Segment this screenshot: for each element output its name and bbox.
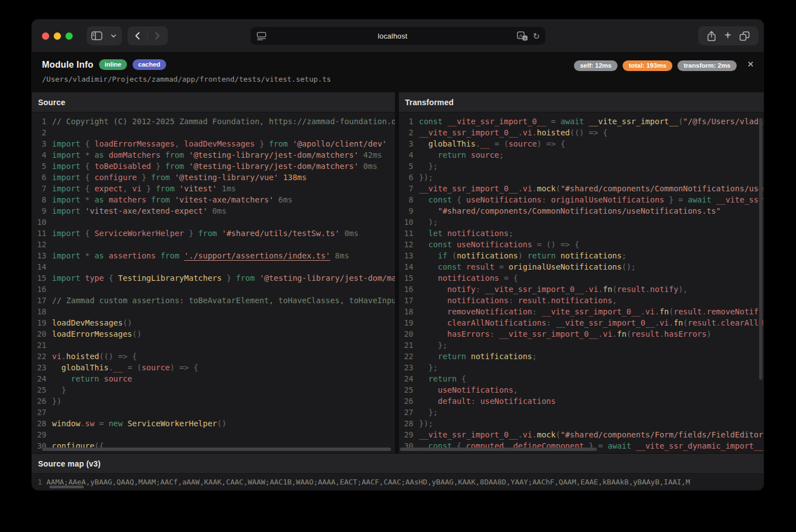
code-line: 5 }; <box>399 161 764 172</box>
source-code-view: 1// Copyright (C) 2012-2025 Zammad Found… <box>32 112 395 453</box>
line-number: 10 <box>32 216 46 228</box>
share-button[interactable] <box>707 26 716 45</box>
toolbar-actions-group: + <box>698 26 759 45</box>
horizontal-scrollbar[interactable] <box>42 448 391 451</box>
code-line: 12 const useNotifications = () => { <box>399 239 764 250</box>
line-number: 1 <box>32 476 42 487</box>
code-line: 21 <box>32 340 395 351</box>
module-link[interactable]: './support/assertions/index.ts' <box>184 251 330 260</box>
forward-button[interactable] <box>148 26 167 45</box>
back-button[interactable] <box>128 26 147 45</box>
code-line: 15 notifications = { <box>399 272 764 284</box>
code-line: 23 }; <box>399 362 764 373</box>
code-line: 8 const { useNotifications: originalUseN… <box>399 194 764 205</box>
line-number: 19 <box>399 317 413 328</box>
line-number: 4 <box>399 149 413 161</box>
line-number: 12 <box>399 239 413 250</box>
plus-icon: + <box>724 30 731 41</box>
transform-time-badge: transform: 2ms <box>677 60 737 71</box>
line-number: 24 <box>32 373 46 384</box>
browser-toolbar: localhost A x ↻ <box>32 20 764 53</box>
share-icon <box>707 31 716 41</box>
code-line: 7import { expect, vi } from 'vitest' 1ms <box>32 183 395 194</box>
code-line: 18 removeNotification: __vite_ssr_import… <box>399 306 764 317</box>
line-number: 27 <box>399 407 413 418</box>
code-line: 18 <box>32 306 395 317</box>
line-number: 11 <box>32 228 46 239</box>
line-number: 13 <box>399 250 413 261</box>
line-number: 14 <box>399 261 413 272</box>
line-number: 18 <box>32 306 46 317</box>
sourcemap-view: 1AAMA;AAeA,yBAAG,QAAQ,MAAM;AACf,aAAW,KAA… <box>32 474 764 490</box>
source-panel-title: Source <box>38 98 65 107</box>
sidebar-toggle-button[interactable] <box>87 26 107 45</box>
code-line: 1AAMA;AAeA,yBAAG,QAAQ,MAAM;AACf,aAAW,KAA… <box>32 476 764 487</box>
close-window-button[interactable] <box>42 32 49 40</box>
chevron-down-icon <box>111 34 116 38</box>
vertical-scrollbar[interactable] <box>759 118 762 380</box>
line-number: 10 <box>399 216 413 228</box>
line-number: 29 <box>399 429 413 440</box>
code-line: 21 }; <box>399 340 764 351</box>
inline-badge: inline <box>99 59 127 70</box>
sidebar-icon <box>91 31 102 40</box>
horizontal-scrollbar[interactable] <box>49 486 84 488</box>
code-line: 11import { ServiceWorkerHelper } from '#… <box>32 228 395 239</box>
code-line: 25 useNotifications, <box>399 384 764 396</box>
line-number: 28 <box>399 418 413 429</box>
code-line: 14 <box>32 261 395 272</box>
line-number: 1 <box>399 116 413 127</box>
line-number: 5 <box>399 161 413 172</box>
address-bar[interactable]: localhost A x ↻ <box>251 27 545 45</box>
code-line: 1// Copyright (C) 2012-2025 Zammad Found… <box>32 116 395 127</box>
code-line: 15import type { TestingLibraryMatchers }… <box>32 272 395 284</box>
line-number: 5 <box>32 161 46 172</box>
line-number: 26 <box>399 396 413 407</box>
new-tab-button[interactable]: + <box>724 26 731 45</box>
line-number: 6 <box>399 172 413 183</box>
code-line: 9import 'vitest-axe/extend-expect' 0ms <box>32 205 395 216</box>
code-line: 29__vite_ssr_import_0__.vi.mock("#shared… <box>399 429 764 440</box>
code-line: 20loadErrorMessages() <box>32 328 395 340</box>
total-time-badge: total: 193ms <box>623 60 672 71</box>
code-line: 27 <box>32 407 395 418</box>
sidebar-menu-button[interactable] <box>107 26 120 45</box>
close-icon[interactable]: ✕ <box>745 57 756 72</box>
self-time-badge: self: 12ms <box>574 60 618 71</box>
zoom-window-button[interactable] <box>65 32 73 40</box>
chevron-right-icon <box>155 32 160 40</box>
code-line: 1const __vite_ssr_import_0__ = await __v… <box>399 116 764 127</box>
code-line: 2 <box>32 127 395 138</box>
line-number: 25 <box>32 384 46 396</box>
code-line: 6}); <box>399 172 764 183</box>
line-number: 16 <box>399 284 413 295</box>
line-number: 8 <box>399 194 413 205</box>
code-line: 26}) <box>32 396 395 407</box>
code-line: 22vi.hoisted(() => { <box>32 351 395 362</box>
code-line: 16 notify: __vite_ssr_import_0__.vi.fn(r… <box>399 284 764 295</box>
svg-text:x: x <box>524 35 526 40</box>
code-line: 16 <box>32 284 395 295</box>
minimize-window-button[interactable] <box>54 32 61 40</box>
module-file-path: /Users/vladimir/Projects/zammad/app/fron… <box>42 75 331 83</box>
code-line: 25 } <box>32 384 395 396</box>
reload-icon[interactable]: ↻ <box>533 32 540 40</box>
horizontal-scrollbar[interactable] <box>400 448 597 451</box>
source-panel: Source 1// Copyright (C) 2012-2025 Zamma… <box>32 92 395 453</box>
code-line: 28window.sw = new ServiceWorkerHelper() <box>32 418 395 429</box>
transformed-code-view: 1const __vite_ssr_import_0__ = await __v… <box>399 112 764 453</box>
safari-window: localhost A x ↻ <box>32 20 764 490</box>
line-number: 20 <box>399 328 413 340</box>
tab-overview-button[interactable] <box>740 26 750 45</box>
line-number: 25 <box>399 384 413 396</box>
page-title: Module Info <box>42 60 93 70</box>
line-number: 24 <box>399 373 413 384</box>
code-line: 24 return source <box>32 373 395 384</box>
translate-icon[interactable]: A x <box>517 31 528 41</box>
reader-icon[interactable] <box>257 32 268 40</box>
code-line: 19 clearAllNotifications: __vite_ssr_imp… <box>399 317 764 328</box>
sourcemap-title: Source map (v3) <box>38 459 101 468</box>
line-number: 3 <box>399 138 413 149</box>
timing-badges: self: 12ms total: 193ms transform: 2ms <box>574 60 737 71</box>
line-number: 9 <box>32 205 46 216</box>
